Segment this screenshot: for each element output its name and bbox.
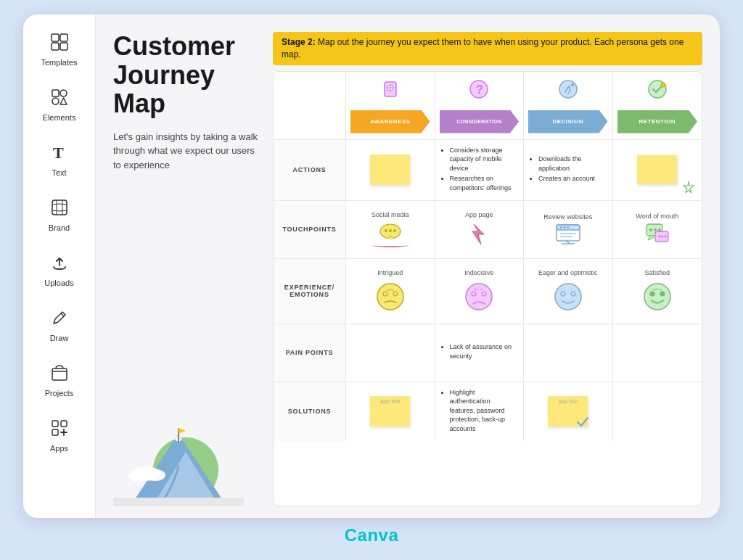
cell-touch-3: Word of mouth <box>613 201 702 258</box>
cell-actions-1: Considers storage capacity of mobile dev… <box>435 140 525 200</box>
svg-line-12 <box>61 313 64 316</box>
svg-text:?: ? <box>476 83 483 96</box>
svg-rect-14 <box>52 421 58 427</box>
cell-text-actions-2: Downloads the application Creates an acc… <box>530 155 607 185</box>
sidebar: Templates Elements T <box>23 15 96 518</box>
sidebar-item-templates[interactable]: Templates <box>30 22 89 74</box>
svg-rect-0 <box>52 34 59 41</box>
svg-point-61 <box>377 284 403 310</box>
journey-table: AWARENESS ? <box>273 71 702 506</box>
svg-point-36 <box>571 83 574 86</box>
row-label-emotions: EXPERIENCE/ EMOTIONS <box>274 259 346 324</box>
awareness-icon <box>379 78 402 104</box>
svg-point-55 <box>654 228 657 231</box>
squiggle-touchpoints <box>372 243 409 247</box>
cell-text-sol-1: Highlight authentication features, passw… <box>441 388 518 435</box>
sticky-note-actions-0 <box>370 155 410 185</box>
cell-touch-1: App page <box>435 201 525 258</box>
map-subtitle: Let's gain insights by taking a walk thr… <box>113 130 258 173</box>
svg-point-35 <box>559 81 577 98</box>
cell-sol-2: Add Text <box>524 382 613 441</box>
brand-icon <box>46 194 73 221</box>
cell-pain-2 <box>524 324 613 382</box>
draw-icon <box>46 305 73 331</box>
decision-icon <box>557 78 580 104</box>
svg-point-46 <box>559 226 562 228</box>
svg-point-47 <box>563 226 565 228</box>
sidebar-label-brand: Brand <box>49 223 70 232</box>
svg-text:T: T <box>53 144 64 162</box>
cell-pain-1: Lack of assurance on security <box>435 324 525 382</box>
sticky-note-sol-0: Add Text <box>370 396 410 427</box>
sidebar-item-projects[interactable]: Projects <box>30 353 89 405</box>
svg-marker-24 <box>178 428 186 434</box>
svg-point-5 <box>60 90 67 96</box>
sidebar-item-uploads[interactable]: Uploads <box>30 242 89 295</box>
row-label-solutions: SOLUTIONS <box>274 382 346 441</box>
table-row-touchpoints: TOUCHPOINTS Social media <box>274 201 702 259</box>
table-row-solutions: SOLUTIONS Add Text Highlight authenticat… <box>274 382 702 441</box>
mountain-illustration <box>113 405 244 506</box>
sidebar-label-apps: Apps <box>50 444 68 453</box>
left-panel: Customer Journey Map Let's gain insights… <box>113 32 258 506</box>
row-label-painpoints: PAIN POINTS <box>274 324 346 382</box>
row-label-touchpoints: TOUCHPOINTS <box>274 201 346 258</box>
content-area: Customer Journey Map Let's gain insights… <box>96 15 720 518</box>
svg-rect-2 <box>52 43 59 50</box>
cell-pain-0 <box>346 324 435 382</box>
cell-emotion-2: Eager and optimistic <box>524 259 613 324</box>
svg-point-41 <box>389 229 392 232</box>
cell-actions-0 <box>346 140 435 200</box>
sidebar-item-apps[interactable]: Apps <box>30 408 89 460</box>
svg-marker-43 <box>472 224 484 244</box>
stage-decision: DECISION <box>524 72 613 140</box>
sidebar-item-draw[interactable]: Draw <box>30 297 89 350</box>
svg-rect-3 <box>60 43 67 50</box>
svg-rect-6 <box>52 98 59 104</box>
table-header: AWARENESS ? <box>274 72 702 140</box>
outer-container: Templates Elements T <box>0 0 743 560</box>
svg-rect-1 <box>60 34 67 41</box>
cell-actions-3 <box>613 140 702 200</box>
svg-point-70 <box>644 284 670 310</box>
sidebar-item-brand[interactable]: Brand <box>30 187 89 239</box>
consideration-icon: ? <box>467 78 490 104</box>
table-row-actions: ACTIONS Considers storage capacity of mo… <box>274 140 702 201</box>
svg-point-42 <box>393 229 396 232</box>
svg-rect-13 <box>52 368 67 380</box>
sidebar-label-projects: Projects <box>45 389 74 398</box>
svg-point-72 <box>660 292 665 296</box>
sidebar-item-text[interactable]: T Text <box>30 132 89 184</box>
svg-rect-15 <box>61 421 67 427</box>
cell-text-pain-1: Lack of assurance on security <box>441 342 518 362</box>
cell-text-actions-1: Considers storage capacity of mobile dev… <box>441 146 518 194</box>
sidebar-label-text: Text <box>52 168 66 177</box>
stage-retention: RETENTION <box>613 72 702 140</box>
sticky-note-actions-3 <box>637 155 677 184</box>
svg-rect-16 <box>52 429 58 435</box>
cell-emotion-3: Satisfied <box>613 259 702 324</box>
elements-icon <box>46 84 73 110</box>
header-empty-cell <box>274 72 346 140</box>
sidebar-label-elements: Elements <box>43 113 76 122</box>
svg-point-60 <box>664 236 666 238</box>
sidebar-item-elements[interactable]: Elements <box>30 77 89 129</box>
svg-point-67 <box>555 284 581 310</box>
cell-emotion-0: Intrigued <box>346 259 435 324</box>
svg-point-27 <box>145 469 165 481</box>
canva-brand-label: Canva <box>345 525 399 545</box>
cell-actions-2: Downloads the application Creates an acc… <box>524 140 613 200</box>
sidebar-label-draw: Draw <box>50 334 69 342</box>
stage-banner: Stage 2: Map out the journey you expect … <box>273 32 702 65</box>
cell-emotion-1: Indecisive <box>435 259 525 324</box>
cell-sol-1: Highlight authentication features, passw… <box>435 382 525 441</box>
svg-rect-28 <box>113 498 244 506</box>
table-row-emotions: EXPERIENCE/ EMOTIONS Intrigued <box>274 259 702 324</box>
svg-point-54 <box>649 228 652 231</box>
uploads-icon <box>46 250 73 276</box>
row-label-actions: ACTIONS <box>274 140 346 200</box>
cell-touch-2: Review websites <box>524 201 613 258</box>
text-icon: T <box>46 139 73 165</box>
svg-point-58 <box>658 236 660 238</box>
svg-point-40 <box>385 229 387 232</box>
